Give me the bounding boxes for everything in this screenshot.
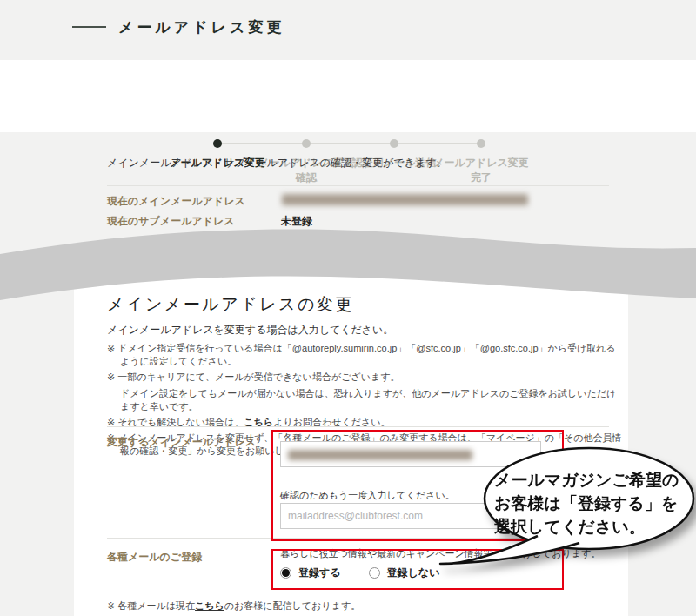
- radio-register[interactable]: 登録する: [280, 566, 341, 580]
- step-dot-4: [477, 139, 485, 148]
- radio-unregister-circle[interactable]: [369, 567, 380, 579]
- step-dot-2: [302, 139, 311, 148]
- callout-text-line2: お客様は「登録する」を: [494, 494, 678, 512]
- footnote-suffix: のお客様に配信しております。: [224, 600, 360, 611]
- wave-divider: [0, 222, 696, 309]
- step-label-4-line2: 完了: [471, 171, 492, 184]
- new-email-label: 変更するメインメールアドレス: [107, 435, 256, 450]
- callout-text-line1: メールマガジンご希望の: [494, 471, 679, 489]
- current-main-email-value-blurred: [282, 194, 528, 205]
- form-divider-top: [107, 426, 609, 427]
- callout-text-line3: 選択してください。: [494, 518, 646, 536]
- callout-bubble-tail: [440, 536, 579, 564]
- step-dot-1-active: [213, 139, 222, 148]
- footnote-prefix: ※ 各種メールは現在: [107, 600, 195, 611]
- progress-stepper: メールアドレス変更 メールアドレス変更 確認 認証用メール送信 メールアドレス変…: [0, 60, 696, 132]
- email-change-page: メールアドレス変更 メールアドレス変更 メールアドレス変更 確認 認証用メール送…: [0, 0, 696, 616]
- radio-register-label: 登録する: [298, 566, 341, 580]
- section-lead: メインメールアドレスを変更する場合は入力してください。: [107, 323, 393, 338]
- step-label-2-line2: 確認: [296, 171, 317, 184]
- radio-register-dot: [282, 569, 290, 577]
- form-divider-bottom: [107, 593, 609, 593]
- note-carrier-line1: ※ 一部のキャリアにて、メールが受信できない場合がございます。: [107, 371, 622, 384]
- footnote-link[interactable]: こちら: [195, 600, 224, 611]
- step-label-4-line1: メールアドレス変更: [433, 157, 529, 169]
- overview-divider: [107, 185, 609, 186]
- step-dot-3: [390, 139, 398, 148]
- callout-bubble: メールマガジンご希望の お客様は「登録する」を 選択してください。: [409, 433, 696, 590]
- radio-register-circle[interactable]: [280, 567, 291, 579]
- mail-opt-label: 各種メールのご登録: [107, 550, 202, 565]
- title-dash-decoration: [72, 26, 106, 28]
- page-header: メールアドレス変更: [0, 0, 696, 60]
- footnote: ※ 各種メールは現在こちらのお客様に配信しております。: [107, 599, 360, 613]
- page-title: メールアドレス変更: [118, 17, 284, 37]
- note-domain: ※ ドメイン指定受信を行っている場合は「@autoreply.sumirin.c…: [107, 342, 622, 368]
- overview-intro: メインメールアドレス・サブメールアドレスの確認・変更ができます。: [107, 156, 446, 171]
- note-carrier-line2: ドメイン設定をしてもメールが届かない場合は、恐れ入りますが、他のメールアドレスの…: [107, 387, 622, 413]
- stepper-connector-line: [218, 143, 481, 144]
- current-main-email-label: 現在のメインメールアドレス: [107, 194, 245, 209]
